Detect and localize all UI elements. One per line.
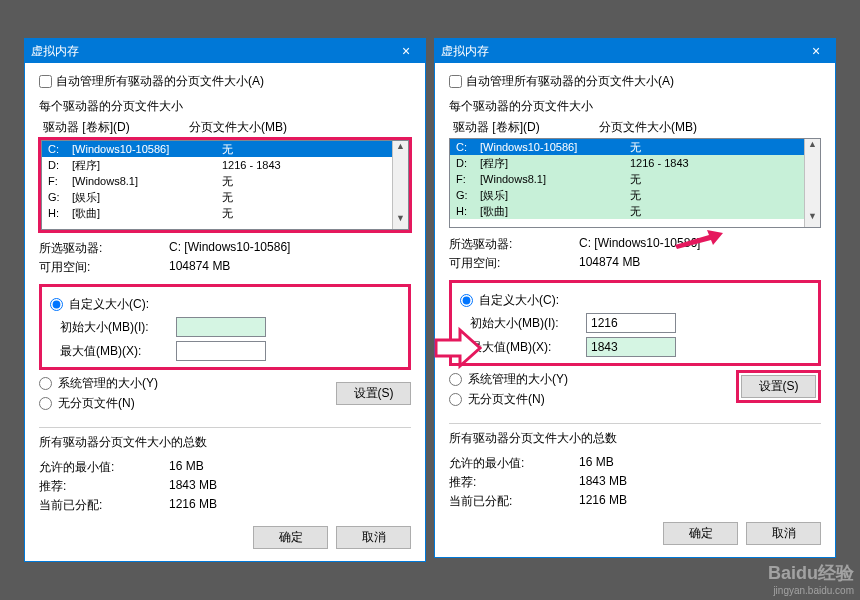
pointer-arrow-icon	[673, 229, 723, 249]
custom-size-group: 自定义大小(C): 初始大小(MB)(I): 最大值(MB)(X):	[39, 284, 411, 370]
initial-size-input[interactable]	[586, 313, 676, 333]
cancel-button[interactable]: 取消	[336, 526, 411, 549]
step-arrow-icon	[434, 324, 482, 372]
drives-listbox[interactable]: C:[Windows10-10586]无D:[程序]1216 - 1843F:[…	[449, 138, 821, 228]
scroll-down-icon[interactable]: ▼	[805, 211, 820, 227]
system-managed-radio[interactable]	[449, 373, 462, 386]
cancel-button[interactable]: 取消	[746, 522, 821, 545]
set-button-highlight: 设置(S)	[736, 370, 821, 403]
ok-button[interactable]: 确定	[663, 522, 738, 545]
max-size-input[interactable]	[586, 337, 676, 357]
custom-size-group: 自定义大小(C): 初始大小(MB)(I): 最大值(MB)(X):	[449, 280, 821, 366]
auto-manage-label: 自动管理所有驱动器的分页文件大小(A)	[466, 73, 674, 90]
custom-size-radio[interactable]	[460, 294, 473, 307]
drives-heading: 每个驱动器的分页文件大小	[449, 98, 821, 115]
virtual-memory-dialog-right: 虚拟内存 × 自动管理所有驱动器的分页文件大小(A) 每个驱动器的分页文件大小 …	[434, 38, 836, 558]
scroll-up-icon[interactable]: ▲	[393, 141, 408, 157]
drives-heading: 每个驱动器的分页文件大小	[39, 98, 411, 115]
scroll-down-icon[interactable]: ▼	[393, 213, 408, 229]
drive-row[interactable]: H:[歌曲]无	[42, 205, 392, 221]
title: 虚拟内存	[441, 43, 489, 60]
drive-row[interactable]: D:[程序]1216 - 1843	[42, 157, 392, 173]
drives-listbox[interactable]: C:[Windows10-10586]无D:[程序]1216 - 1843F:[…	[41, 140, 409, 230]
drive-row[interactable]: F:[Windows8.1]无	[450, 171, 804, 187]
drive-row[interactable]: G:[娱乐]无	[42, 189, 392, 205]
title: 虚拟内存	[31, 43, 79, 60]
no-paging-radio[interactable]	[39, 397, 52, 410]
max-size-input[interactable]	[176, 341, 266, 361]
system-managed-radio[interactable]	[39, 377, 52, 390]
drive-row[interactable]: D:[程序]1216 - 1843	[450, 155, 804, 171]
ok-button[interactable]: 确定	[253, 526, 328, 549]
scrollbar[interactable]: ▲ ▼	[392, 141, 408, 229]
set-button[interactable]: 设置(S)	[336, 382, 411, 405]
drive-row[interactable]: F:[Windows8.1]无	[42, 173, 392, 189]
scrollbar[interactable]: ▲ ▼	[804, 139, 820, 227]
auto-manage-checkbox[interactable]	[449, 75, 462, 88]
set-button[interactable]: 设置(S)	[741, 375, 816, 398]
drive-row[interactable]: C:[Windows10-10586]无	[450, 139, 804, 155]
custom-size-radio[interactable]	[50, 298, 63, 311]
no-paging-radio[interactable]	[449, 393, 462, 406]
drive-row[interactable]: H:[歌曲]无	[450, 203, 804, 219]
drives-header: 驱动器 [卷标](D) 分页文件大小(MB)	[449, 117, 821, 138]
close-icon[interactable]: ×	[803, 43, 829, 59]
titlebar: 虚拟内存 ×	[435, 39, 835, 63]
initial-size-input[interactable]	[176, 317, 266, 337]
virtual-memory-dialog-left: 虚拟内存 × 自动管理所有驱动器的分页文件大小(A) 每个驱动器的分页文件大小 …	[24, 38, 426, 562]
drive-row[interactable]: G:[娱乐]无	[450, 187, 804, 203]
auto-manage-label: 自动管理所有驱动器的分页文件大小(A)	[56, 73, 264, 90]
titlebar: 虚拟内存 ×	[25, 39, 425, 63]
drives-header: 驱动器 [卷标](D) 分页文件大小(MB)	[39, 117, 411, 138]
scroll-up-icon[interactable]: ▲	[805, 139, 820, 155]
close-icon[interactable]: ×	[393, 43, 419, 59]
auto-manage-checkbox[interactable]	[39, 75, 52, 88]
watermark: Baidu经验 jingyan.baidu.com	[768, 561, 854, 596]
drive-row[interactable]: C:[Windows10-10586]无	[42, 141, 392, 157]
